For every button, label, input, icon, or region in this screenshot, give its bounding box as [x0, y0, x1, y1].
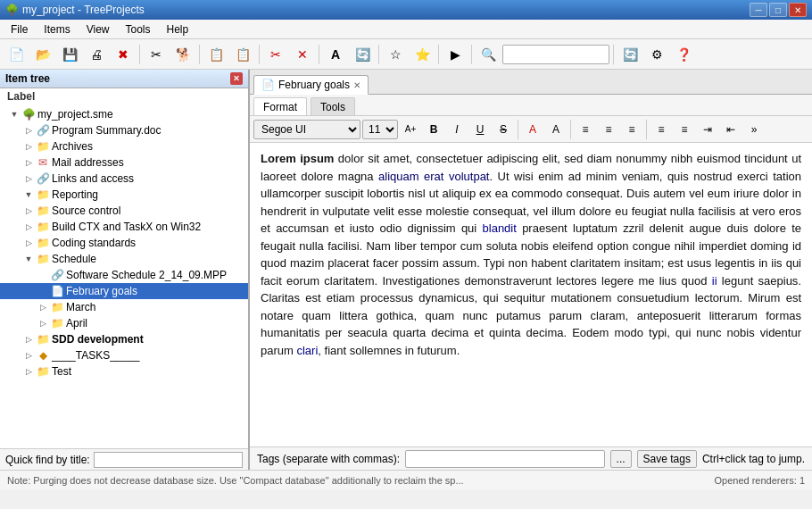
- tree-item-reporting[interactable]: ▼ 📁 Reporting: [0, 187, 248, 203]
- dog-button[interactable]: 🐕: [170, 43, 195, 66]
- delete-button[interactable]: ✖: [111, 43, 136, 66]
- tree-item-schedule[interactable]: ▼ 📁 Schedule: [0, 251, 248, 267]
- tags-dots-button[interactable]: ...: [610, 450, 632, 468]
- tree-item-coding[interactable]: ▷ 📁 Coding standards: [0, 235, 248, 251]
- toolbar-sep-5: [378, 45, 379, 64]
- cut-button[interactable]: ✂: [144, 43, 169, 66]
- expand-icon-schedule[interactable]: ▼: [21, 252, 36, 266]
- expand-icon-april[interactable]: ▷: [36, 316, 50, 330]
- more-button[interactable]: »: [743, 120, 765, 139]
- tree-item-sdd[interactable]: ▷ 📁 SDD development: [0, 331, 248, 347]
- quick-find-bar: Quick find by title:: [0, 448, 248, 470]
- expand-icon-archives[interactable]: ▷: [21, 139, 36, 154]
- tree-item-mail[interactable]: ▷ ✉ Mail addresses: [0, 154, 248, 171]
- expand-icon-test[interactable]: ▷: [21, 364, 36, 379]
- expand-icon-reporting[interactable]: ▼: [21, 188, 36, 202]
- print-button[interactable]: 🖨: [84, 43, 109, 66]
- align-left-button[interactable]: ≡: [575, 120, 596, 139]
- quick-find-input[interactable]: [94, 452, 243, 468]
- tree-item-april[interactable]: ▷ 📁 April: [0, 315, 248, 331]
- left-panel-close[interactable]: ✕: [230, 72, 243, 85]
- doc-icon-febgoals: 📄: [50, 284, 64, 298]
- menu-view[interactable]: View: [79, 21, 117, 38]
- tags-input[interactable]: [405, 450, 605, 468]
- tree-item-march[interactable]: ▷ 📁 March: [0, 299, 248, 315]
- copy-button[interactable]: 📋: [203, 43, 228, 66]
- del2-button[interactable]: ✕: [290, 43, 315, 66]
- tree-item-program[interactable]: ▷ 🔗 Program Summary.doc: [0, 122, 248, 138]
- expand-icon-source[interactable]: ▷: [21, 204, 36, 218]
- sync-button[interactable]: 🔄: [617, 43, 642, 66]
- expand-icon-sdd[interactable]: ▷: [21, 332, 36, 346]
- folder-icon-coding: 📁: [36, 236, 50, 250]
- expand-icon-links[interactable]: ▷: [21, 171, 36, 186]
- italic-button[interactable]: I: [446, 120, 468, 139]
- expand-icon-tasks[interactable]: ▷: [21, 348, 36, 363]
- format-button[interactable]: A: [323, 43, 348, 66]
- numbered-list-button[interactable]: ≡: [674, 120, 695, 139]
- settings-button[interactable]: ⚙: [644, 43, 669, 66]
- expand-icon-program[interactable]: ▷: [21, 123, 36, 138]
- highlight-button[interactable]: A: [545, 120, 567, 139]
- font-color-button[interactable]: A: [522, 120, 543, 139]
- tab-tools[interactable]: Tools: [311, 97, 355, 115]
- bold-button[interactable]: B: [423, 120, 444, 139]
- tree-item-tasks[interactable]: ▷ ◆ ____TASKS_____: [0, 347, 248, 363]
- save-tags-button[interactable]: Save tags: [637, 450, 697, 468]
- underline-button[interactable]: U: [469, 120, 491, 139]
- tree-item-swschedule[interactable]: 🔗 Software Schedule 2_14_09.MPP: [0, 267, 248, 283]
- tree-item-buildctx[interactable]: ▷ 📁 Build CTX and TaskX on Win32: [0, 219, 248, 235]
- help-button[interactable]: ❓: [671, 43, 696, 66]
- menu-items[interactable]: Items: [37, 21, 77, 38]
- expand-icon-swschedule: [36, 268, 50, 282]
- expand-icon-coding[interactable]: ▷: [21, 236, 36, 250]
- star-button[interactable]: ☆: [383, 43, 408, 66]
- editor-area[interactable]: Lorem ipsum dolor sit amet, consectetuer…: [250, 143, 812, 446]
- new-button[interactable]: 📄: [4, 43, 29, 66]
- tree-item-archives[interactable]: ▷ 📁 Archives: [0, 138, 248, 154]
- expand-icon-march[interactable]: ▷: [36, 300, 50, 314]
- bullet-list-button[interactable]: ≡: [650, 120, 672, 139]
- minimize-button[interactable]: ─: [750, 3, 767, 17]
- expand-icon-buildctx[interactable]: ▷: [21, 220, 36, 234]
- font-size-increase-button[interactable]: A+: [400, 120, 421, 139]
- strikethrough-button[interactable]: S: [493, 120, 514, 139]
- outdent-button[interactable]: ⇤: [720, 120, 742, 139]
- tree-item-febgoals[interactable]: 📄 February goals: [0, 283, 248, 299]
- save-button[interactable]: 💾: [57, 43, 82, 66]
- menu-tools[interactable]: Tools: [118, 21, 157, 38]
- expand-icon-mail[interactable]: ▷: [21, 155, 36, 170]
- maximize-button[interactable]: □: [769, 3, 787, 17]
- open-button[interactable]: 📂: [30, 43, 55, 66]
- indent-button[interactable]: ⇥: [697, 120, 718, 139]
- folder-icon-april: 📁: [50, 316, 64, 330]
- search-icon: 🔍: [476, 43, 501, 66]
- tab-format[interactable]: Format: [253, 97, 307, 115]
- app-title: my_project - TreeProjects: [22, 4, 145, 16]
- link-icon-links: 🔗: [36, 171, 50, 186]
- folder-icon-test: 📁: [36, 364, 50, 379]
- play-button[interactable]: ▶: [443, 43, 468, 66]
- tab-febgoals[interactable]: 📄 February goals ✕: [253, 75, 369, 95]
- close-button[interactable]: ✕: [789, 3, 807, 17]
- title-bar-controls: ─ □ ✕: [750, 3, 807, 17]
- menu-help[interactable]: Help: [160, 21, 196, 38]
- tab-close-icon[interactable]: ✕: [353, 80, 360, 90]
- menu-file[interactable]: File: [4, 21, 35, 38]
- toolbar-sep-4: [319, 45, 319, 64]
- align-right-button[interactable]: ≡: [621, 120, 642, 139]
- refresh-button[interactable]: 🔄: [350, 43, 375, 66]
- cut2-button[interactable]: ✂: [263, 43, 288, 66]
- paste-button[interactable]: 📋: [230, 43, 255, 66]
- font-selector[interactable]: Segoe UI: [253, 120, 360, 139]
- tree-item-source[interactable]: ▷ 📁 Source control: [0, 203, 248, 219]
- star2-button[interactable]: ⭐: [410, 43, 435, 66]
- tree-item-root[interactable]: ▼ 🌳 my_project.sme: [0, 106, 248, 122]
- tree-item-links[interactable]: ▷ 🔗 Links and access: [0, 171, 248, 187]
- expand-icon-root[interactable]: ▼: [7, 107, 21, 121]
- tree-item-test[interactable]: ▷ 📁 Test: [0, 363, 248, 380]
- search-input[interactable]: [502, 45, 609, 64]
- align-center-button[interactable]: ≡: [598, 120, 619, 139]
- editor-content: Lorem ipsum dolor sit amet, consectetuer…: [261, 150, 801, 359]
- font-size-selector[interactable]: 11: [362, 120, 398, 139]
